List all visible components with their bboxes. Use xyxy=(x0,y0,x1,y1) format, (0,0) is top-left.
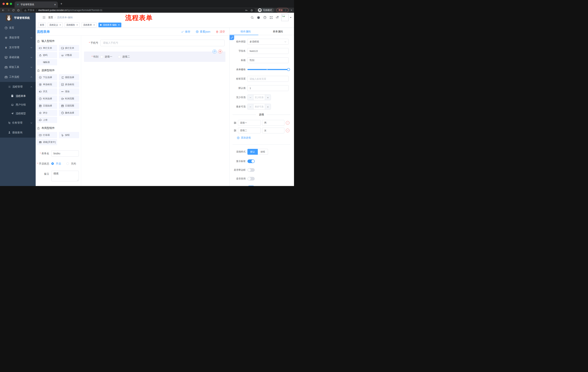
with-border-toggle[interactable] xyxy=(247,168,255,172)
component-chip-rate[interactable]: 评分 xyxy=(37,110,57,116)
component-chip-row-container[interactable]: 行容器 xyxy=(37,132,57,138)
zoom-window-button[interactable] xyxy=(10,3,12,5)
back-icon[interactable] xyxy=(2,9,5,12)
component-chip-editor[interactable]: 编辑器 xyxy=(37,59,57,65)
slider-handle[interactable] xyxy=(287,68,290,71)
avatar[interactable] xyxy=(281,14,289,21)
chevron-down-icon[interactable] xyxy=(291,10,292,11)
github-icon[interactable] xyxy=(257,16,260,19)
help-icon[interactable] xyxy=(263,16,266,19)
component-type-select[interactable]: 多选框组 xyxy=(247,39,289,45)
gender-option1-checkbox[interactable] xyxy=(100,55,103,58)
option1-name-input[interactable] xyxy=(238,120,261,126)
component-chip-time-range[interactable]: 时间范围 xyxy=(59,96,79,102)
form-canvas[interactable]: 手机号 请输入手机号 性别 选项一 xyxy=(81,36,230,186)
sidebar-item-home[interactable]: 首页 xyxy=(0,23,36,33)
component-chip-switch[interactable]: 开关 xyxy=(37,88,57,95)
close-icon[interactable]: ✕ xyxy=(76,24,78,26)
sidebar-item-payment[interactable]: ¥ 支付管理 xyxy=(0,43,36,53)
sidebar-item-infra[interactable]: 基础设施 xyxy=(0,53,36,62)
sidebar-item-leave-query[interactable]: 请假查询 xyxy=(0,128,36,138)
component-chip-single-text[interactable]: 单行文本 xyxy=(37,45,57,51)
default-value-input[interactable] xyxy=(247,85,289,91)
form-grid-slider[interactable] xyxy=(247,69,289,70)
drag-handle-icon[interactable] xyxy=(234,129,237,132)
close-tab-icon[interactable]: ✕ xyxy=(54,3,56,6)
component-chip-checkbox-group[interactable]: 多选框组 xyxy=(59,81,79,87)
bookmark-star-icon[interactable] xyxy=(250,9,253,12)
breadcrumb-home[interactable]: 首页 xyxy=(48,16,53,19)
component-chip-upload[interactable]: 上传 xyxy=(37,117,57,123)
field-name-input[interactable] xyxy=(247,48,289,54)
max-select-placeholder[interactable]: 最多可选 xyxy=(253,104,265,109)
component-chip-date-range[interactable]: 日期范围 xyxy=(59,103,79,109)
tab-form-props[interactable]: 表单属性 xyxy=(262,28,294,35)
option1-value-input[interactable] xyxy=(262,120,284,126)
remove-option-button[interactable] xyxy=(286,129,289,132)
page-tab-home[interactable]: 首页 xyxy=(38,22,46,27)
tab-component-props[interactable]: 组件属性 xyxy=(230,28,262,35)
delete-component-button[interactable] xyxy=(218,50,222,53)
font-size-icon[interactable]: TT xyxy=(276,16,279,19)
canvas-field-gender-selected[interactable]: 性别 选项一 选项二 xyxy=(84,52,225,62)
decrement-button[interactable]: − xyxy=(248,104,253,109)
close-icon[interactable]: ✕ xyxy=(59,24,61,26)
show-label-toggle[interactable] xyxy=(247,159,255,163)
add-option-button[interactable]: 添加选项 xyxy=(237,136,294,139)
close-icon[interactable]: ✕ xyxy=(93,24,95,26)
drag-handle-icon[interactable] xyxy=(234,121,237,124)
form-name-input[interactable] xyxy=(51,150,79,157)
address-bar[interactable]: 不安全 dashboard.yudao.iocoder.cn /bpm/mana… xyxy=(22,8,255,12)
disabled-toggle[interactable] xyxy=(247,177,255,181)
browser-menu-icon[interactable]: ⋮ xyxy=(284,9,286,11)
increment-button[interactable]: + xyxy=(265,104,271,109)
clear-button[interactable]: 清空 xyxy=(216,30,225,33)
security-label[interactable]: 不安全 xyxy=(28,9,35,12)
title-input[interactable] xyxy=(247,57,289,63)
phone-field-input[interactable]: 请输入手机号 xyxy=(100,40,224,46)
view-json-button[interactable]: 查看json xyxy=(196,30,210,33)
option2-value-input[interactable] xyxy=(262,128,284,133)
component-chip-button[interactable]: 按钮 xyxy=(59,132,79,138)
close-icon[interactable]: ✕ xyxy=(118,24,120,26)
min-select-placeholder[interactable]: 至少应选 xyxy=(253,95,265,100)
minimize-window-button[interactable] xyxy=(6,3,8,5)
home-icon[interactable] xyxy=(17,9,20,12)
option2-name-input[interactable] xyxy=(238,128,261,133)
component-chip-password[interactable]: 密码 xyxy=(37,52,57,58)
component-chip-select[interactable]: 下拉选择 xyxy=(37,74,57,80)
sidebar-item-user-group[interactable]: 用户分组 xyxy=(0,100,36,109)
label-width-input[interactable] xyxy=(247,76,289,82)
sidebar-item-devtools[interactable]: 研发工具 xyxy=(0,62,36,72)
status-on-radio[interactable] xyxy=(51,162,54,165)
component-chip-textarea[interactable]: 多行文本 xyxy=(59,45,79,51)
fullscreen-icon[interactable] xyxy=(270,16,273,19)
component-chip-slider[interactable]: 滑块 xyxy=(59,88,79,95)
form-remark-textarea[interactable]: 嘿嘿 xyxy=(51,171,79,181)
sidebar-item-process-form[interactable]: 流程表单 xyxy=(0,92,36,100)
style-button-button[interactable]: 按钮 xyxy=(258,149,268,155)
copy-component-button[interactable] xyxy=(212,50,217,53)
status-on-label[interactable]: 开启 xyxy=(56,162,61,165)
field-link-button[interactable] xyxy=(230,35,234,40)
browser-tab[interactable]: 芋道管理系统 ✕ xyxy=(15,1,58,8)
component-chip-counter[interactable]: 123计数器 xyxy=(59,52,79,58)
component-chip-color-picker[interactable]: 颜色选择 xyxy=(59,110,79,116)
page-tab-process-form-edit[interactable]: 流程表单-编辑✕ xyxy=(98,22,121,27)
gender-option1-label[interactable]: 选项一 xyxy=(105,55,112,58)
save-button[interactable]: 保存 xyxy=(181,30,190,33)
status-off-radio[interactable] xyxy=(66,162,69,165)
decrement-button[interactable]: − xyxy=(248,95,253,100)
sidebar-item-process-model[interactable]: 流程模型 xyxy=(0,109,36,118)
chevron-down-icon[interactable] xyxy=(290,17,292,18)
close-window-button[interactable] xyxy=(2,3,5,5)
component-chip-time-picker[interactable]: 时间选择 xyxy=(37,96,57,102)
page-tab-process-model[interactable]: 流程模型✕ xyxy=(64,22,80,27)
status-off-label[interactable]: 关闭 xyxy=(71,162,76,165)
page-tab-process-def[interactable]: 流程定义✕ xyxy=(48,22,63,27)
sidebar-item-system[interactable]: 系统管理 xyxy=(0,33,36,43)
component-chip-date-picker[interactable]: 日期选择 xyxy=(37,103,57,109)
component-chip-radio-group[interactable]: 单选框组 xyxy=(37,81,57,87)
collapse-sidebar-icon[interactable] xyxy=(42,16,46,19)
forward-icon[interactable] xyxy=(7,9,10,12)
